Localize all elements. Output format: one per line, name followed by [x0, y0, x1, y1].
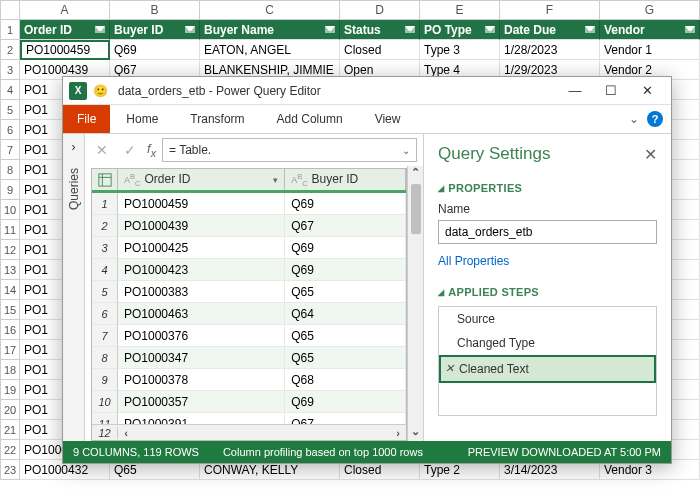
expand-queries-icon[interactable]: ›: [72, 140, 76, 154]
close-settings-icon[interactable]: ✕: [644, 145, 657, 164]
vertical-scrollbar[interactable]: ⌃⌄: [407, 166, 423, 441]
excel-table-header[interactable]: Buyer ID: [110, 20, 200, 40]
grid-row-number[interactable]: 3: [92, 237, 118, 259]
grid-cell[interactable]: Q67: [285, 215, 406, 237]
excel-cell[interactable]: PO1000459: [20, 40, 110, 60]
column-dropdown-icon[interactable]: ▾: [273, 175, 278, 185]
tab-transform[interactable]: Transform: [174, 106, 260, 132]
filter-dropdown-icon[interactable]: [685, 26, 695, 33]
grid-cell[interactable]: PO1000459: [118, 193, 285, 215]
excel-col-header[interactable]: F: [500, 0, 600, 20]
excel-cell[interactable]: Type 3: [420, 40, 500, 60]
grid-cell[interactable]: Q69: [285, 259, 406, 281]
grid-cell[interactable]: Q65: [285, 281, 406, 303]
excel-col-header[interactable]: D: [340, 0, 420, 20]
grid-row-number[interactable]: 1: [92, 193, 118, 215]
excel-table-header[interactable]: Buyer Name: [200, 20, 340, 40]
ribbon-collapse-icon[interactable]: ⌄: [621, 112, 647, 126]
excel-row-number[interactable]: 13: [0, 260, 20, 280]
excel-row-number[interactable]: 16: [0, 320, 20, 340]
excel-row-number[interactable]: 21: [0, 420, 20, 440]
grid-cell[interactable]: Q64: [285, 303, 406, 325]
fx-icon[interactable]: fx: [147, 141, 156, 159]
grid-cell[interactable]: PO1000463: [118, 303, 285, 325]
excel-row-number[interactable]: 19: [0, 380, 20, 400]
excel-col-header[interactable]: A: [20, 0, 110, 20]
formula-dropdown-icon[interactable]: ⌄: [402, 145, 410, 156]
excel-col-header[interactable]: [0, 0, 20, 20]
filter-dropdown-icon[interactable]: [485, 26, 495, 33]
excel-col-header[interactable]: E: [420, 0, 500, 20]
excel-row-number[interactable]: 17: [0, 340, 20, 360]
feedback-icon[interactable]: 🙂: [93, 84, 108, 98]
grid-row-number[interactable]: 6: [92, 303, 118, 325]
excel-row-number[interactable]: 12: [0, 240, 20, 260]
grid-row-number[interactable]: 9: [92, 369, 118, 391]
excel-row-number[interactable]: 23: [0, 460, 20, 480]
column-header-buyer-id[interactable]: ABCBuyer ID: [285, 169, 406, 190]
grid-cell[interactable]: Q68: [285, 369, 406, 391]
applied-step[interactable]: ✕Cleaned Text: [439, 355, 656, 383]
grid-row-number[interactable]: 4: [92, 259, 118, 281]
tab-home[interactable]: Home: [110, 106, 174, 132]
accept-formula-icon[interactable]: ✓: [119, 139, 141, 161]
excel-row-number[interactable]: 11: [0, 220, 20, 240]
excel-row-number[interactable]: 5: [0, 100, 20, 120]
file-tab[interactable]: File: [63, 105, 110, 133]
excel-row-number[interactable]: 1: [0, 20, 20, 40]
excel-row-number[interactable]: 2: [0, 40, 20, 60]
excel-table-header[interactable]: PO Type: [420, 20, 500, 40]
filter-dropdown-icon[interactable]: [585, 26, 595, 33]
tab-add-column[interactable]: Add Column: [261, 106, 359, 132]
grid-cell[interactable]: Q65: [285, 325, 406, 347]
excel-row-number[interactable]: 18: [0, 360, 20, 380]
excel-row-number[interactable]: 20: [0, 400, 20, 420]
excel-cell[interactable]: 1/28/2023: [500, 40, 600, 60]
excel-cell[interactable]: Vendor 1: [600, 40, 700, 60]
excel-row-number[interactable]: 10: [0, 200, 20, 220]
excel-row-number[interactable]: 7: [0, 140, 20, 160]
excel-row-number[interactable]: 8: [0, 160, 20, 180]
excel-row-number[interactable]: 3: [0, 60, 20, 80]
grid-cell[interactable]: Q67: [285, 413, 406, 424]
applied-steps-header[interactable]: APPLIED STEPS: [438, 286, 657, 298]
grid-cell[interactable]: PO1000383: [118, 281, 285, 303]
excel-row-number[interactable]: 15: [0, 300, 20, 320]
excel-cell[interactable]: EATON, ANGEL: [200, 40, 340, 60]
excel-col-header[interactable]: B: [110, 0, 200, 20]
grid-cell[interactable]: Q69: [285, 391, 406, 413]
grid-cell[interactable]: Q69: [285, 193, 406, 215]
grid-corner-icon[interactable]: [92, 169, 118, 190]
excel-row-number[interactable]: 9: [0, 180, 20, 200]
query-name-input[interactable]: [438, 220, 657, 244]
excel-row-number[interactable]: 6: [0, 120, 20, 140]
excel-table-header[interactable]: Vendor: [600, 20, 700, 40]
cancel-formula-icon[interactable]: ✕: [91, 139, 113, 161]
tab-view[interactable]: View: [359, 106, 417, 132]
excel-table-header[interactable]: Date Due: [500, 20, 600, 40]
excel-row-number[interactable]: 14: [0, 280, 20, 300]
grid-cell[interactable]: PO1000439: [118, 215, 285, 237]
applied-step[interactable]: Source: [439, 307, 656, 331]
filter-dropdown-icon[interactable]: [325, 26, 335, 33]
grid-cell[interactable]: PO1000378: [118, 369, 285, 391]
horizontal-scrollbar[interactable]: 12 ‹›: [92, 424, 406, 440]
formula-input[interactable]: = Table. ⌄: [162, 138, 417, 162]
filter-dropdown-icon[interactable]: [95, 26, 105, 33]
grid-cell[interactable]: PO1000347: [118, 347, 285, 369]
grid-row-number[interactable]: 5: [92, 281, 118, 303]
excel-cell[interactable]: Closed: [340, 40, 420, 60]
excel-row-number[interactable]: 22: [0, 440, 20, 460]
grid-cell[interactable]: Q69: [285, 237, 406, 259]
excel-col-header[interactable]: G: [600, 0, 700, 20]
grid-cell[interactable]: PO1000357: [118, 391, 285, 413]
excel-row-number[interactable]: 4: [0, 80, 20, 100]
grid-cell[interactable]: PO1000376: [118, 325, 285, 347]
maximize-button[interactable]: ☐: [593, 79, 629, 103]
grid-row-number[interactable]: 8: [92, 347, 118, 369]
help-icon[interactable]: ?: [647, 111, 663, 127]
filter-dropdown-icon[interactable]: [185, 26, 195, 33]
all-properties-link[interactable]: All Properties: [438, 254, 657, 268]
grid-row-number[interactable]: 2: [92, 215, 118, 237]
grid-cell[interactable]: Q65: [285, 347, 406, 369]
